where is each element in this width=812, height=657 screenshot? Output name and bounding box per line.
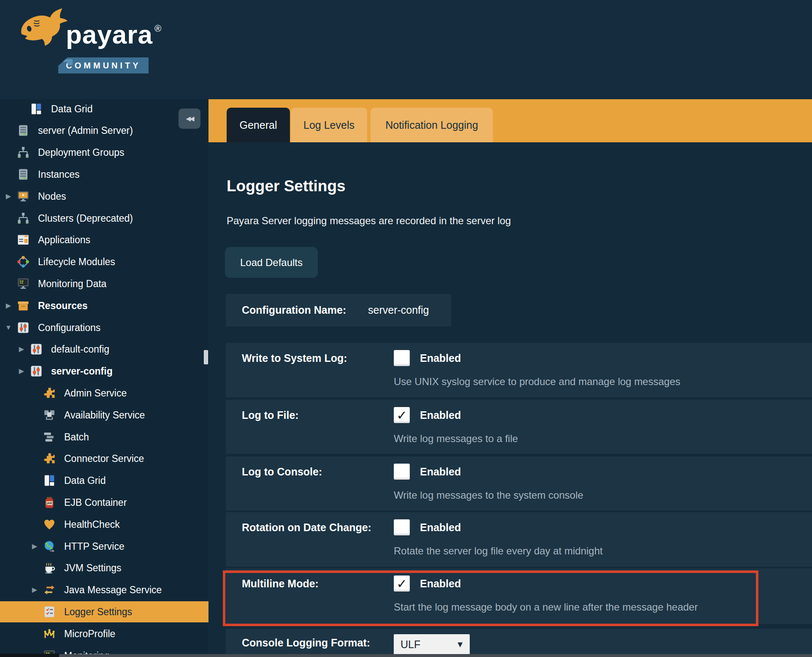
- sidebar-item-availability-service[interactable]: Availability Service: [0, 405, 208, 426]
- admin-service-icon: [43, 387, 56, 399]
- enabled-label: Enabled: [420, 578, 461, 590]
- sidebar-item-label: EJB Container: [64, 492, 127, 513]
- ejb-container-icon: JAR: [43, 496, 56, 509]
- availability-service-icon: [43, 409, 56, 421]
- sidebar-item-server-config[interactable]: ▶ server-config: [0, 361, 208, 382]
- enabled-checkbox[interactable]: [394, 519, 410, 535]
- enabled-checkbox[interactable]: ✓: [394, 407, 410, 423]
- sidebar-item-instances[interactable]: Instances: [0, 164, 208, 185]
- console-logging-format-select[interactable]: ULF ▼: [394, 634, 470, 655]
- jvm-settings-icon: [43, 562, 56, 574]
- enabled-checkbox[interactable]: [394, 350, 410, 366]
- sidebar-item-java-message-service[interactable]: ▶ Java Message Service: [0, 579, 208, 600]
- server-icon: [17, 124, 30, 137]
- batch-icon: [43, 431, 56, 443]
- window-bottom-edge-left: [0, 654, 63, 657]
- form-row-write-to-system-log: Write to System Log: Enabled Use UNIX sy…: [226, 343, 812, 397]
- microprofile-icon: [43, 627, 56, 640]
- sidebar-item-label: default-config: [51, 339, 109, 360]
- page-title: Logger Settings: [227, 177, 346, 195]
- sidebar-item-lifecycle-modules[interactable]: Lifecycle Modules: [0, 251, 208, 272]
- sidebar-item-configurations[interactable]: ▼ Configurations: [0, 317, 208, 338]
- expand-arrow-icon[interactable]: ▶: [3, 186, 14, 207]
- configurations-icon: [30, 365, 43, 377]
- sidebar-item-label: HTTP Service: [64, 536, 125, 557]
- selected-option: ULF: [401, 634, 420, 655]
- field-label: Log to File:: [242, 407, 299, 424]
- configuration-name-value: server-config: [368, 294, 429, 326]
- sidebar-item-healthcheck[interactable]: HealthCheck: [0, 514, 208, 535]
- help-text: Start the log message body on a new line…: [394, 601, 698, 613]
- sidebar-item-label: Instances: [38, 164, 79, 185]
- sidebar-item-label: server-config: [51, 361, 113, 382]
- sidebar-item-batch[interactable]: Batch: [0, 426, 208, 448]
- enabled-label: Enabled: [420, 409, 461, 421]
- sidebar-collapse-button[interactable]: ◀◀: [179, 109, 200, 129]
- help-text: Write log messages to the system console: [394, 489, 583, 501]
- badge-hook-icon: [63, 59, 73, 65]
- sidebar-item-nodes[interactable]: ▶ Nodes: [0, 186, 208, 207]
- sidebar-item-label: Availability Service: [64, 405, 145, 426]
- expand-arrow-icon[interactable]: ▶: [3, 295, 14, 316]
- registered-mark: ®: [154, 23, 162, 34]
- sidebar-item-data-grid[interactable]: Data Grid: [0, 99, 208, 119]
- tab-notification-logging[interactable]: Notification Logging: [371, 108, 493, 142]
- sidebar-item-label: Lifecycle Modules: [38, 251, 115, 272]
- field-label: Multiline Mode:: [242, 575, 319, 592]
- sidebar-item-label: MicroProfile: [64, 623, 115, 644]
- community-badge: COMMUNITY: [58, 57, 149, 73]
- deployment-groups-icon: [17, 146, 30, 159]
- payara-logo: payara® COMMUNITY: [16, 3, 155, 84]
- console-logging-format-row: Console Logging Format: ULF ▼: [226, 629, 812, 657]
- expand-arrow-icon[interactable]: ▶: [30, 536, 40, 557]
- sidebar-item-jvm-settings[interactable]: JVM Settings: [0, 557, 208, 578]
- sidebar-item-server-admin-server[interactable]: server (Admin Server): [0, 120, 208, 141]
- sidebar-item-monitoring-data[interactable]: Monitoring Data: [0, 273, 208, 294]
- nodes-icon: [17, 190, 30, 203]
- svg-text:JAR: JAR: [46, 502, 53, 505]
- sidebar-item-label: Logger Settings: [64, 601, 132, 622]
- data-grid-icon: [30, 103, 43, 115]
- sidebar-item-label: Nodes: [38, 186, 66, 207]
- tab-log-levels[interactable]: Log Levels: [291, 108, 367, 142]
- sidebar-item-connector-service[interactable]: Connector Service: [0, 448, 208, 469]
- expand-arrow-icon[interactable]: ▶: [30, 579, 40, 600]
- expand-arrow-icon[interactable]: ▶: [16, 361, 27, 382]
- sidebar-item-applications[interactable]: Applications: [0, 229, 208, 250]
- lifecycle-modules-icon: [17, 255, 30, 268]
- instances-icon: [17, 168, 30, 181]
- load-defaults-button[interactable]: Load Defaults: [225, 247, 318, 278]
- sidebar-scrollbar-thumb[interactable]: [204, 350, 208, 364]
- configuration-name-label: Configuration Name:: [242, 294, 346, 326]
- sidebar-item-ejb-container[interactable]: JAR EJB Container: [0, 492, 208, 513]
- app-header: payara® COMMUNITY: [0, 0, 812, 99]
- sidebar-item-deployment-groups[interactable]: Deployment Groups: [0, 142, 208, 163]
- enabled-checkbox[interactable]: ✓: [394, 576, 410, 592]
- sidebar-item-label: Connector Service: [64, 448, 144, 469]
- sidebar-item-label: Configurations: [38, 317, 100, 338]
- sidebar-item-label: Applications: [38, 229, 90, 250]
- enabled-label: Enabled: [420, 352, 461, 364]
- field-label: Console Logging Format:: [242, 634, 370, 651]
- sidebar-item-clusters-deprecated[interactable]: Clusters (Deprecated): [0, 208, 208, 229]
- sidebar-item-label: Deployment Groups: [38, 142, 125, 163]
- dropdown-caret-icon: ▼: [456, 634, 464, 655]
- sidebar-item-logger-settings[interactable]: Logger Settings: [0, 601, 208, 622]
- sidebar-item-admin-service[interactable]: Admin Service: [0, 383, 208, 404]
- tab-general[interactable]: General: [227, 108, 290, 142]
- sidebar-item-microprofile[interactable]: MicroProfile: [0, 623, 208, 644]
- sidebar-item-data-grid[interactable]: Data Grid: [0, 470, 208, 491]
- field-label: Rotation on Date Change:: [242, 519, 371, 536]
- sidebar-item-label: Clusters (Deprecated): [38, 208, 133, 229]
- navigation-tree: Data Grid server (Admin Server) Deployme…: [0, 99, 208, 657]
- sidebar-item-label: Java Message Service: [64, 579, 162, 600]
- sidebar-item-resources[interactable]: ▶ Resources: [0, 295, 208, 316]
- expand-arrow-icon[interactable]: ▶: [16, 339, 27, 360]
- sidebar-item-default-config[interactable]: ▶ default-config: [0, 339, 208, 360]
- java-message-service-icon: [43, 584, 56, 596]
- sidebar-item-label: Data Grid: [64, 470, 106, 491]
- sidebar-item-http-service[interactable]: ▶ HTTP Service: [0, 536, 208, 557]
- brand-name: payara®: [66, 19, 162, 49]
- expand-arrow-icon[interactable]: ▼: [3, 317, 14, 338]
- enabled-checkbox[interactable]: [394, 464, 410, 480]
